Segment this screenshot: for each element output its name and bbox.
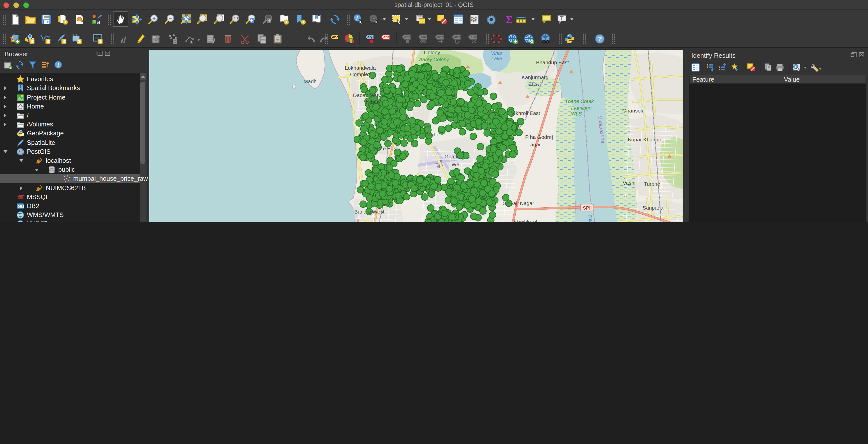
- svg-text:Σ: Σ: [506, 14, 513, 25]
- svg-text:DB2: DB2: [18, 204, 24, 208]
- svg-text:Lokhandwala: Lokhandwala: [345, 65, 376, 71]
- svg-text:WLS: WLS: [571, 111, 582, 117]
- svg-text:Flamingo: Flamingo: [571, 105, 591, 110]
- svg-text:abc: abc: [470, 35, 477, 39]
- svg-text:a: a: [97, 18, 100, 25]
- svg-text:Bandra Reclamation: Bandra Reclamation: [350, 221, 397, 222]
- svg-text:Dadabhai N: Dadabhai N: [353, 92, 381, 98]
- svg-text:✱: ✱: [78, 39, 82, 44]
- svg-text:Mohi: Mohi: [426, 132, 438, 137]
- svg-text:✱: ✱: [46, 39, 51, 44]
- svg-text:agar: agar: [530, 141, 541, 147]
- svg-text:abc: abc: [404, 35, 411, 39]
- svg-text:✱: ✱: [30, 39, 35, 44]
- svg-text:Vashi: Vashi: [623, 180, 636, 186]
- svg-text:1:1: 1:1: [234, 17, 239, 20]
- svg-text:✱: ✱: [98, 39, 103, 44]
- svg-text:Bandra West: Bandra West: [354, 209, 384, 215]
- svg-text:?: ?: [598, 35, 602, 42]
- svg-text:abc: abc: [454, 35, 460, 39]
- svg-text:Kopar Khairne: Kopar Khairne: [628, 137, 661, 142]
- svg-text:abc: abc: [437, 35, 443, 39]
- svg-text:Colony: Colony: [424, 50, 440, 55]
- svg-text:Kanjurmarg: Kanjurmarg: [522, 74, 549, 80]
- svg-text:abc: abc: [332, 35, 338, 39]
- svg-text:East: East: [528, 81, 539, 87]
- svg-text:✱: ✱: [62, 39, 66, 44]
- svg-text:Ea: Ea: [432, 218, 439, 222]
- svg-text:Ghatk: Ghatk: [444, 154, 459, 159]
- svg-text:We: We: [452, 161, 459, 167]
- svg-text:Madh: Madh: [304, 78, 317, 84]
- svg-text:Thane Creek: Thane Creek: [565, 99, 594, 104]
- svg-text:Turbhe: Turbhe: [644, 181, 660, 187]
- svg-text:Nagar: Nagar: [366, 99, 380, 104]
- svg-text:Mankhurd: Mankhurd: [514, 219, 537, 222]
- svg-text:i: i: [795, 65, 796, 69]
- svg-text:abc: abc: [383, 35, 390, 39]
- svg-text:abc: abc: [421, 35, 427, 39]
- svg-text:T: T: [560, 15, 564, 22]
- svg-text:Vihar: Vihar: [491, 50, 503, 56]
- svg-text:Shivaji Nagar: Shivaji Nagar: [503, 200, 534, 206]
- svg-text:i: i: [356, 15, 358, 21]
- svg-text:Ghansoli: Ghansoli: [622, 108, 643, 114]
- svg-text:Vikhroli East: Vikhroli East: [511, 110, 540, 116]
- svg-text:Sanpada: Sanpada: [643, 205, 663, 211]
- svg-text:Lake: Lake: [491, 56, 502, 61]
- svg-text:SPH: SPH: [583, 205, 592, 211]
- svg-text:Aarey Colony: Aarey Colony: [419, 57, 449, 62]
- svg-text:i: i: [58, 62, 59, 68]
- svg-text:Bhandup East: Bhandup East: [536, 60, 569, 65]
- svg-text:Vile e East: Vile e East: [373, 146, 398, 151]
- svg-text:P ha Godrej: P ha Godrej: [525, 134, 553, 140]
- svg-text:Complex: Complex: [350, 71, 371, 77]
